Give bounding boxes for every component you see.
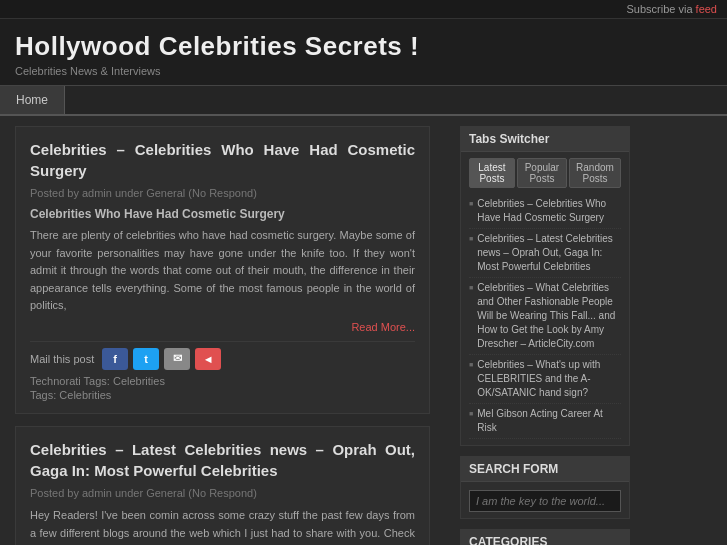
article-1-subheading: Celebrities Who Have Had Cosmetic Surger… bbox=[30, 207, 415, 221]
site-title: Hollywood Celebrities Secrets ! bbox=[15, 31, 712, 62]
page-layout: Celebrities – Celebrities Who Have Had C… bbox=[0, 116, 727, 545]
article-2-title: Celebrities – Latest Celebrities news – … bbox=[30, 439, 415, 481]
twitter-button[interactable]: t bbox=[133, 348, 159, 370]
list-item: Celebrities – What's up with CELEBRITIES… bbox=[469, 355, 621, 404]
top-bar: Subscribe via feed bbox=[0, 0, 727, 19]
list-item: Mel Gibson Acting Career At Risk bbox=[469, 404, 621, 439]
sidebar: Tabs Switcher Latest Posts Popular Posts… bbox=[450, 116, 640, 545]
article-2: Celebrities – Latest Celebrities news – … bbox=[15, 426, 430, 545]
tabs-switcher: Latest Posts Popular Posts Random Posts … bbox=[469, 158, 621, 439]
main-content: Celebrities – Celebrities Who Have Had C… bbox=[0, 116, 445, 545]
search-widget-body bbox=[461, 482, 629, 518]
tab-latest-posts[interactable]: Latest Posts bbox=[469, 158, 515, 188]
tabs-switcher-title: Tabs Switcher bbox=[461, 127, 629, 152]
tabs-switcher-body: Latest Posts Popular Posts Random Posts … bbox=[461, 152, 629, 445]
subscribe-text: Subscribe via bbox=[626, 3, 695, 15]
categories-widget: CATEGORIES Celebrities Interviews Celebr… bbox=[460, 529, 630, 545]
tab-popular-posts[interactable]: Popular Posts bbox=[517, 158, 567, 188]
share-button[interactable]: ◄ bbox=[195, 348, 221, 370]
tags-line: Tags: Celebrities bbox=[30, 389, 415, 401]
search-widget-title: SEARCH FORM bbox=[461, 457, 629, 482]
article-1: Celebrities – Celebrities Who Have Had C… bbox=[15, 126, 430, 414]
nav-home[interactable]: Home bbox=[0, 86, 65, 114]
feed-link[interactable]: feed bbox=[696, 3, 717, 15]
article-1-title: Celebrities – Celebrities Who Have Had C… bbox=[30, 139, 415, 181]
tab-buttons: Latest Posts Popular Posts Random Posts bbox=[469, 158, 621, 188]
tab-random-posts[interactable]: Random Posts bbox=[569, 158, 621, 188]
article-2-body: Hey Readers! I've been comin across some… bbox=[30, 507, 415, 545]
list-item: Celebrities – What Celebrities and Other… bbox=[469, 278, 621, 355]
article-1-meta: Posted by admin under General (No Respon… bbox=[30, 187, 415, 199]
mail-text: Mail this post bbox=[30, 353, 94, 365]
list-item: Celebrities – Celebrities Who Have Had C… bbox=[469, 194, 621, 229]
article-1-body: There are plenty of celebrities who have… bbox=[30, 227, 415, 315]
article-1-readmore[interactable]: Read More... bbox=[30, 321, 415, 333]
search-widget: SEARCH FORM bbox=[460, 456, 630, 519]
categories-title: CATEGORIES bbox=[461, 530, 629, 545]
email-button[interactable]: ✉ bbox=[164, 348, 190, 370]
site-header: Hollywood Celebrities Secrets ! Celebrit… bbox=[0, 19, 727, 86]
tabs-switcher-widget: Tabs Switcher Latest Posts Popular Posts… bbox=[460, 126, 630, 446]
main-nav: Home bbox=[0, 86, 727, 116]
technorati-tags: Technorati Tags: Celebrities bbox=[30, 375, 415, 387]
search-input[interactable] bbox=[469, 490, 621, 512]
article-2-meta: Posted by admin under General (No Respon… bbox=[30, 487, 415, 499]
tabs-list: Celebrities – Celebrities Who Have Had C… bbox=[469, 194, 621, 439]
site-tagline: Celebrities News & Interviews bbox=[15, 65, 712, 77]
facebook-button[interactable]: f bbox=[102, 348, 128, 370]
social-share-1: Mail this post f t ✉ ◄ bbox=[30, 341, 415, 370]
list-item: Celebrities – Latest Celebrities news – … bbox=[469, 229, 621, 278]
